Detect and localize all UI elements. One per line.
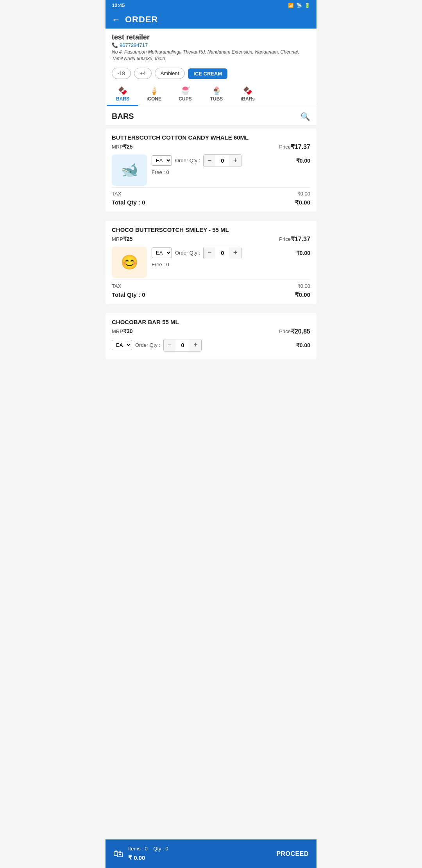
free-row: Free : 0	[152, 169, 310, 175]
app-bar: ← ORDER	[106, 11, 316, 29]
tax-amount: ₹0.00	[297, 283, 310, 289]
ibar-icon: 🍫	[243, 86, 253, 95]
total-label: Total Qty : 0	[112, 291, 145, 298]
order-qty-label: Order Qty :	[135, 342, 160, 348]
tax-label: TAX	[112, 283, 121, 289]
order-qty-label: Order Qty :	[175, 250, 200, 256]
qty-increase-button[interactable]: +	[229, 247, 241, 259]
search-button[interactable]: 🔍	[300, 112, 310, 121]
cat-tab-bars-label: BARS	[116, 96, 129, 102]
price-value: ₹17.37	[291, 235, 310, 243]
product-pricing: MRP ₹25 Price ₹17.37	[112, 143, 310, 151]
cups-icon: 🍧	[181, 86, 190, 95]
total-amount: ₹0.00	[295, 291, 310, 298]
retailer-name: test retailer	[112, 33, 310, 41]
product-image: 😊	[112, 247, 147, 278]
order-qty-label: Order Qty :	[175, 158, 200, 163]
order-row: EA Order Qty : − + ₹0.00	[112, 339, 310, 352]
order-amount-total: ₹ 0.00	[128, 853, 168, 863]
free-label: Free :	[152, 169, 165, 175]
cart-icon: 🛍	[113, 848, 123, 860]
product-controls: EA Order Qty : − + ₹0.00	[112, 339, 310, 354]
cat-tab-icone[interactable]: 🍦 iCONE	[138, 83, 170, 106]
product-emoji: 🐋	[121, 162, 138, 178]
price-value: ₹17.37	[291, 143, 310, 151]
icone-icon: 🍦	[149, 86, 159, 95]
mrp-value: ₹30	[123, 328, 133, 334]
bars-icon: 🍫	[118, 86, 128, 95]
status-icons: 📶 📡 🔋	[288, 3, 310, 8]
order-amount: ₹0.00	[296, 342, 310, 348]
cat-tab-tubs[interactable]: 🍨 TUBS	[201, 83, 232, 106]
category-tabs: 🍫 BARS 🍦 iCONE 🍧 CUPS 🍨 TUBS 🍫 iBARs	[106, 83, 316, 106]
retailer-address: No 4, Pasumpon Muthuramalinga Thevar Rd,…	[112, 49, 310, 62]
divider	[106, 307, 316, 310]
mrp-label: MRP	[112, 144, 123, 150]
order-items-qty: Items : 0 Qty : 0	[128, 845, 168, 853]
tags-row: -18 +4 Ambient ICE CREAM	[106, 65, 316, 83]
free-row: Free : 0	[152, 262, 310, 267]
cat-tab-ibar[interactable]: 🍫 iBARs	[232, 83, 263, 106]
cat-tab-icone-label: iCONE	[147, 96, 161, 102]
order-row: EA Order Qty : − + ₹0.00	[152, 154, 310, 167]
mrp-label: MRP	[112, 328, 123, 334]
tag-ice-cream[interactable]: ICE CREAM	[188, 68, 227, 79]
product-name: CHOCOBAR BAR 55 ML	[112, 319, 310, 325]
tax-row: TAX ₹0.00	[112, 280, 310, 289]
cat-tab-cups[interactable]: 🍧 CUPS	[170, 83, 201, 106]
cat-tab-bars[interactable]: 🍫 BARS	[107, 83, 138, 106]
order-row: EA Order Qty : − + ₹0.00	[152, 247, 310, 259]
qty-input[interactable]	[175, 342, 190, 348]
qty-decrease-button[interactable]: −	[204, 247, 215, 259]
free-label: Free :	[152, 262, 165, 267]
unit-select[interactable]: EA	[152, 155, 172, 166]
section-header: BARS 🔍	[106, 106, 316, 126]
product-pricing: MRP ₹30 Price ₹20.85	[112, 328, 310, 335]
cat-tab-cups-label: CUPS	[179, 96, 191, 102]
price-label: Price	[279, 144, 291, 150]
mrp-label: MRP	[112, 236, 123, 242]
battery-icon: 🔋	[304, 3, 310, 8]
qty-increase-button[interactable]: +	[229, 155, 241, 167]
product-name: BUTTERSCOTCH COTTON CANDY WHALE 60ML	[112, 134, 310, 141]
products-section: BARS 🔍 BUTTERSCOTCH COTTON CANDY WHALE 6…	[106, 106, 316, 394]
qty-decrease-button[interactable]: −	[164, 339, 175, 351]
free-qty: 0	[166, 169, 169, 175]
total-label: Total Qty : 0	[112, 199, 145, 206]
back-button[interactable]: ←	[112, 14, 120, 25]
bottom-bar: 🛍 Items : 0 Qty : 0 ₹ 0.00 PROCEED	[106, 839, 316, 868]
unit-select[interactable]: EA	[112, 340, 132, 350]
product-name: CHOCO BUTTERSCOTCH SMILEY - 55 ML	[112, 226, 310, 233]
mrp-value: ₹25	[123, 236, 133, 242]
qty-control: − +	[163, 339, 202, 352]
product-controls: EA Order Qty : − + ₹0.00 Free : 0	[152, 247, 310, 269]
free-qty: 0	[166, 262, 169, 267]
app-bar-title: ORDER	[125, 14, 158, 25]
tag-minus18[interactable]: -18	[112, 68, 131, 79]
product-body: 😊 EA Order Qty : − + ₹0.00 Free :	[112, 247, 310, 278]
tax-amount: ₹0.00	[297, 191, 310, 197]
qty-input[interactable]	[215, 158, 229, 164]
total-row: Total Qty : 0 ₹0.00	[112, 291, 310, 298]
price-value: ₹20.85	[291, 328, 310, 335]
tag-ambient[interactable]: Ambient	[155, 68, 185, 79]
retailer-info: test retailer 📞 9677294717 No 4, Pasumpo…	[106, 29, 316, 65]
unit-select[interactable]: EA	[152, 247, 172, 258]
retailer-phone: 📞 9677294717	[112, 42, 310, 48]
cat-tab-tubs-label: TUBS	[210, 96, 223, 102]
qty-increase-button[interactable]: +	[190, 339, 201, 351]
tag-plus4[interactable]: +4	[134, 68, 152, 79]
wifi-icon: 📡	[296, 3, 302, 8]
order-summary: Items : 0 Qty : 0 ₹ 0.00	[128, 845, 168, 863]
bottom-bar-left: 🛍 Items : 0 Qty : 0 ₹ 0.00	[113, 845, 168, 863]
signal-icon: 📶	[288, 3, 294, 8]
items-label: Items : 0	[128, 846, 148, 852]
product-pricing: MRP ₹25 Price ₹17.37	[112, 235, 310, 243]
product-card: CHOCO BUTTERSCOTCH SMILEY - 55 ML MRP ₹2…	[106, 221, 316, 304]
qty-input[interactable]	[215, 250, 229, 256]
qty-decrease-button[interactable]: −	[204, 155, 215, 167]
price-label: Price	[279, 328, 291, 334]
qty-control: − +	[203, 247, 241, 259]
status-time: 12:45	[112, 2, 125, 8]
proceed-button[interactable]: PROCEED	[276, 850, 309, 857]
